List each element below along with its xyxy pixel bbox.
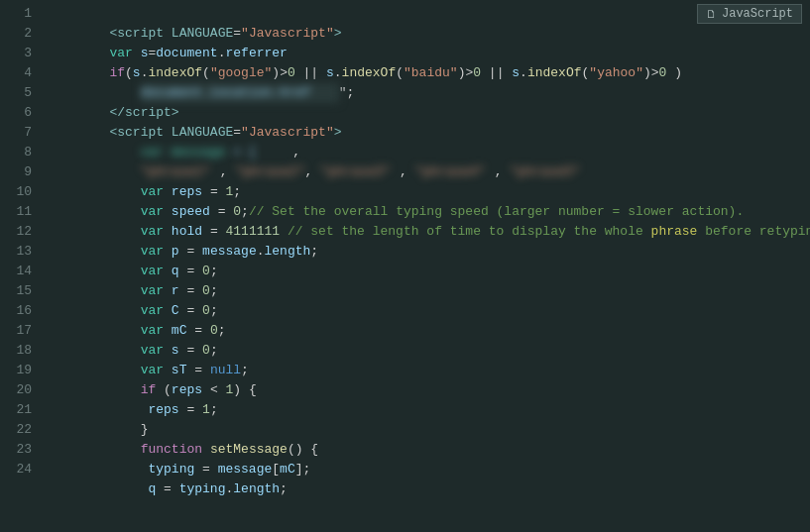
indent-4 [109,85,140,100]
indent-22 [109,442,140,457]
title-bar: 🗋 JavaScript [697,4,802,24]
blurred-7a: var message [141,143,226,162]
eq-11: = [202,224,225,239]
op-3a: > [280,65,288,80]
comment-10: // Set the overall typing speed (larger … [249,204,744,219]
paren-3a: ( [125,65,133,80]
str-javascript-6: "Javascript" [241,125,334,140]
typing-24: typing [179,481,226,496]
eq-6: = [233,125,241,140]
indent-19 [109,382,140,397]
indent-24 [109,481,148,496]
message-23: message [218,462,273,477]
num-3b: 0 [473,65,481,80]
num-16: 0 [210,323,218,338]
paren-19a: ( [156,382,172,397]
num-20: 1 [202,402,210,417]
kw-var-16: var [141,323,172,338]
num-14: 0 [202,283,210,298]
kw-if-3: if [109,65,125,80]
eq-18: = [186,363,209,377]
eq-23: = [194,462,217,477]
kw-var-11: var [141,224,172,239]
line-num-1: 1 [0,4,32,24]
kw-var-17: var [141,343,172,358]
line-num-3: 3 [0,44,32,63]
eq-24: = [156,481,178,496]
indent-12 [109,244,140,259]
blurred-8b: "phrase2" [235,162,304,182]
blurred-7b: = [ [233,143,292,162]
varname-speed: speed [172,204,210,219]
kw-var-10: var [141,204,172,219]
num-3a: 0 [288,65,295,80]
kw-var-9: var [141,184,172,199]
semi-15: ; [210,303,218,318]
semi-12: ; [310,244,318,259]
str-baidu: "baidu" [404,65,458,80]
num-15: 0 [202,303,210,318]
bracket-23b: ] [295,462,303,477]
blurred-8a: "phrase1" [141,162,220,182]
varname-reps: reps [172,184,202,199]
s-3c: s [512,65,520,80]
varname-mC: mC [172,323,187,338]
code-content[interactable]: <script LANGUAGE="Javascript"> var s=doc… [40,0,810,532]
semi-4: "; [339,85,355,100]
line-num-22: 22 [0,420,32,440]
varname-r: r [172,283,179,298]
num-13: 0 [202,264,210,278]
comma-8d: , [495,164,511,179]
kw-var-14: var [141,283,172,298]
or-3b: || [481,65,512,80]
line-num-4: 4 [0,63,32,83]
reps-20: reps [148,402,178,417]
kw-var-15: var [141,303,172,318]
indent-7 [109,145,140,160]
semi-20: ; [210,402,218,417]
line-num-17: 17 [0,321,32,341]
str-google: "google" [210,65,272,80]
comma-8b: , [304,164,320,179]
eq-12: = [179,244,202,259]
indent-20 [109,402,148,417]
kw-var-12: var [141,244,172,259]
comment-11: // set the length of time to display the… [288,224,810,239]
indexof-3a: indexOf [148,65,202,80]
indent-13 [109,264,140,278]
brace-21: } [141,422,149,437]
eq-10: = [210,204,233,219]
eq-20: = [179,402,202,417]
paren-3b: ( [202,65,210,80]
blurred-8d: "phrase4" [415,162,495,182]
comma-8a: , [220,164,236,179]
indent-18 [109,363,140,377]
length-12: length [265,244,311,259]
eq: = [233,26,241,41]
indent-11 [109,224,140,239]
line-num-14: 14 [0,262,32,281]
attr-language: LANGUAGE [172,26,233,41]
eq-16: = [186,323,209,338]
tag-close-6: > [334,125,342,140]
indent-8 [109,164,140,179]
dot-3b: . [334,65,342,80]
line-num-7: 7 [0,123,32,143]
semi-10: ; [241,204,249,219]
line-num-6: 6 [0,103,32,123]
eq-15: = [179,303,202,318]
dot-12: . [257,244,265,259]
space-11 [280,224,288,239]
indent-9 [109,184,140,199]
null-18: null [210,363,241,377]
file-icon: 🗋 [706,8,717,21]
kw-var-18: var [141,363,172,377]
tag-close-1: > [334,26,342,41]
line-num-23: 23 [0,440,32,460]
eq-17: = [179,343,202,358]
varname-sT: sT [172,363,187,377]
paren-19b: ) { [233,382,256,397]
line-num-16: 16 [0,301,32,321]
tag-open: <script [109,26,171,41]
varname-s-17: s [172,343,179,358]
